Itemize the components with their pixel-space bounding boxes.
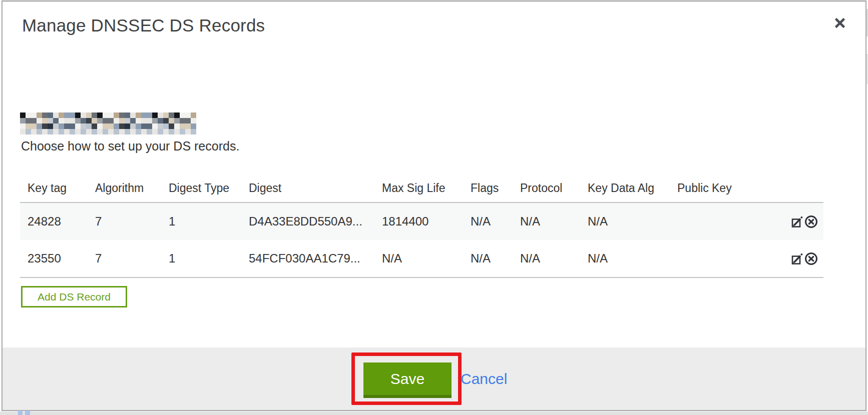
col-public-key: Public Key	[670, 182, 776, 202]
instruction-text: Choose how to set up your DS records.	[21, 139, 239, 154]
col-actions	[776, 182, 823, 202]
delete-record-button[interactable]	[804, 214, 818, 229]
cell-max-sig-life: 1814400	[374, 202, 463, 240]
cancel-link[interactable]: Cancel	[461, 352, 507, 405]
cell-algorithm: 7	[88, 240, 161, 278]
edit-icon	[790, 260, 804, 267]
cell-max-sig-life: N/A	[374, 240, 463, 278]
cell-public-key	[670, 240, 776, 278]
dialog-footer: Save Cancel	[3, 348, 865, 410]
cell-digest-type: 1	[161, 202, 241, 240]
cell-flags: N/A	[463, 240, 513, 278]
table-row: 24828 7 1 D4A33E8DD550A9... 1814400 N/A …	[20, 202, 823, 240]
delete-icon	[804, 260, 818, 268]
cell-digest-type: 1	[161, 240, 241, 278]
page-behind-bottom-strip	[0, 412, 868, 415]
table-row: 23550 7 1 54FCF030AA1C79... N/A N/A N/A …	[20, 240, 823, 278]
screenshot-canvas: Manage DNSSEC DS Records Choose how to s…	[0, 0, 868, 415]
save-button[interactable]: Save	[363, 362, 452, 398]
dialog-title: Manage DNSSEC DS Records	[22, 16, 265, 36]
col-algorithm: Algorithm	[88, 182, 161, 202]
cell-key-data-alg: N/A	[580, 202, 670, 240]
cell-public-key	[670, 202, 776, 240]
edit-record-button[interactable]	[790, 215, 804, 228]
col-max-sig-life: Max Sig Life	[374, 182, 463, 202]
close-button[interactable]	[831, 14, 849, 32]
delete-icon	[804, 223, 818, 230]
page-behind-text-fragment	[18, 410, 23, 415]
col-key-tag: Key tag	[20, 182, 88, 202]
cell-key-tag: 23550	[20, 240, 88, 278]
table-header-row: Key tag Algorithm Digest Type Digest Max…	[20, 182, 823, 202]
cell-protocol: N/A	[513, 240, 580, 278]
page-behind-text-fragment	[25, 410, 30, 415]
col-flags: Flags	[463, 182, 513, 202]
ds-records-table: Key tag Algorithm Digest Type Digest Max…	[20, 182, 823, 278]
cell-digest: 54FCF030AA1C79...	[241, 240, 374, 278]
domain-name-redacted	[20, 112, 196, 134]
cell-actions	[776, 240, 823, 278]
add-ds-record-button[interactable]: Add DS Record	[21, 286, 127, 308]
col-digest-type: Digest Type	[161, 182, 241, 202]
cell-actions	[776, 202, 823, 240]
col-digest: Digest	[241, 182, 374, 202]
col-protocol: Protocol	[513, 182, 580, 202]
cell-protocol: N/A	[513, 202, 580, 240]
cell-key-tag: 24828	[20, 202, 88, 240]
close-icon	[832, 24, 847, 32]
cell-flags: N/A	[463, 202, 513, 240]
col-key-data-alg: Key Data Alg	[580, 182, 670, 202]
cell-digest: D4A33E8DD550A9...	[241, 202, 374, 240]
edit-record-button[interactable]	[790, 252, 804, 266]
cell-algorithm: 7	[88, 202, 161, 240]
cell-key-data-alg: N/A	[580, 240, 670, 278]
manage-dnssec-dialog: Manage DNSSEC DS Records Choose how to s…	[2, 0, 866, 411]
delete-record-button[interactable]	[804, 252, 818, 266]
edit-icon	[790, 222, 804, 230]
